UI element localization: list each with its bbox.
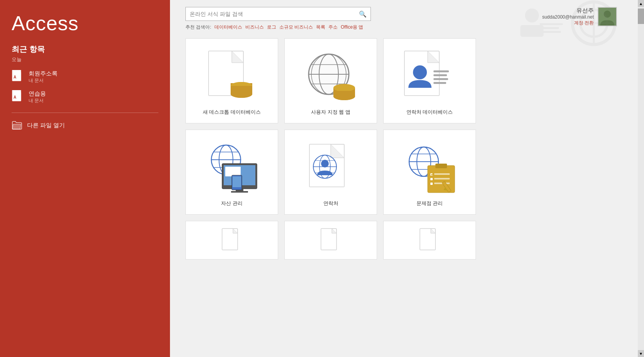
templates-area: 새 데스크톱 데이터베이스 — [170, 34, 644, 357]
template-thumb-2 — [296, 46, 365, 106]
bottom-row — [185, 221, 632, 260]
template-label-4: 자산 관리 — [219, 198, 244, 207]
template-blank-3[interactable] — [383, 221, 476, 260]
search-area: 🔍 추천 검색아: 데이터베이스 비즈니스 로그 소규모 비즈니스 목록 주소 … — [185, 7, 371, 31]
suggest-tag-2[interactable]: 로그 — [267, 24, 276, 31]
svg-point-32 — [333, 84, 355, 92]
template-thumb-5 — [296, 138, 365, 198]
template-label-1: 새 데스크톱 데이터베이스 — [201, 106, 262, 116]
suggest-tag-5[interactable]: 주소 — [328, 24, 338, 31]
scroll-down-button[interactable]: ▼ — [638, 350, 644, 357]
svg-rect-54 — [233, 176, 241, 187]
svg-rect-40 — [433, 78, 448, 80]
open-other-file-label: 다른 파일 열기 — [27, 122, 65, 129]
template-new-desktop-db[interactable]: 새 데스크톱 데이터베이스 — [185, 38, 278, 123]
svg-point-35 — [333, 92, 355, 100]
template-label-6: 문제점 관리 — [415, 198, 445, 207]
template-label-3: 연락처 데이터베이스 — [405, 106, 455, 116]
scroll-up-button[interactable]: ▲ — [638, 0, 644, 7]
avatar-image — [598, 7, 616, 26]
suggest-tag-4[interactable]: 목록 — [316, 24, 325, 31]
svg-rect-68 — [435, 164, 447, 168]
template-thumb-6 — [395, 138, 464, 198]
contact-db-icon — [399, 49, 460, 103]
svg-rect-38 — [433, 70, 449, 72]
template-label-5: 연락처 — [322, 198, 340, 207]
svg-rect-74 — [434, 178, 450, 179]
svg-text:A: A — [14, 95, 16, 99]
recent-item-1-location: 내 문서 — [29, 77, 58, 84]
template-blank-1[interactable] — [185, 221, 278, 260]
search-button[interactable]: 🔍 — [359, 10, 367, 18]
user-name: 유선주 — [542, 7, 594, 14]
scroll-thumb[interactable] — [638, 9, 644, 24]
recent-item-1[interactable]: A 회원주소록 내 문서 — [12, 67, 158, 87]
user-email: sudda2000@hanmail.net — [542, 14, 594, 20]
blank-doc-icon-2 — [319, 227, 342, 254]
recent-item-1-name: 회원주소록 — [29, 70, 58, 77]
suggest-label: 추천 검색아: — [185, 24, 211, 31]
svg-text:A: A — [14, 75, 16, 79]
template-blank-2[interactable] — [284, 221, 377, 260]
svg-rect-15 — [598, 8, 616, 26]
app-title: Access — [12, 12, 158, 35]
open-other-file-button[interactable]: 다른 파일 열기 — [12, 118, 158, 132]
suggest-tag-6[interactable]: Office용 앱 — [341, 24, 363, 31]
svg-rect-39 — [433, 74, 447, 76]
templates-grid: 새 데스크톱 데이터베이스 — [185, 38, 632, 215]
template-thumb-3 — [395, 46, 464, 106]
user-details: 유선주 sudda2000@hanmail.net 계정 전환 — [542, 7, 594, 26]
recent-section-title: 최근 항목 — [12, 44, 158, 55]
svg-rect-52 — [231, 191, 248, 193]
suggested-searches: 추천 검색아: 데이터베이스 비즈니스 로그 소규모 비즈니스 목록 주소 Of… — [185, 24, 371, 31]
main-content: 🔍 추천 검색아: 데이터베이스 비즈니스 로그 소규모 비즈니스 목록 주소 … — [170, 0, 644, 357]
template-thumb-4 — [197, 138, 267, 198]
svg-rect-72 — [434, 173, 450, 175]
sidebar: Access 최근 항목 오늘 A 회원주소록 내 문서 A 연습용 내 문서 — [0, 0, 170, 357]
file-icon-2: A — [12, 90, 24, 104]
svg-point-37 — [413, 65, 427, 79]
recent-item-2[interactable]: A 연습용 내 문서 — [12, 87, 158, 107]
file-icon-1: A — [12, 70, 24, 84]
sidebar-divider — [12, 113, 158, 113]
svg-rect-41 — [433, 82, 446, 84]
header: 🔍 추천 검색아: 데이터베이스 비즈니스 로그 소규모 비즈니스 목록 주소 … — [170, 0, 644, 34]
template-contacts[interactable]: 연락처 — [284, 130, 377, 215]
suggest-tag-0[interactable]: 데이터베이스 — [214, 24, 242, 31]
template-thumb-1 — [197, 46, 267, 106]
account-switch-link[interactable]: 계정 전환 — [542, 20, 594, 26]
scrollbar[interactable]: ▲ ▼ — [638, 0, 644, 357]
suggest-tag-1[interactable]: 비즈니스 — [245, 24, 264, 31]
user-info: 유선주 sudda2000@hanmail.net 계정 전환 — [542, 7, 617, 26]
svg-rect-50 — [225, 167, 241, 176]
search-bar[interactable]: 🔍 — [185, 7, 371, 21]
asset-mgmt-icon — [201, 140, 263, 195]
blank-doc-icon-3 — [418, 227, 441, 254]
blank-doc-icon-1 — [220, 227, 243, 254]
today-label: 오늘 — [12, 56, 158, 63]
folder-open-icon — [12, 120, 22, 131]
svg-rect-73 — [430, 178, 433, 180]
template-custom-web-app[interactable]: 사용자 지정 웹 앱 — [284, 38, 377, 123]
svg-point-61 — [321, 160, 329, 167]
search-input[interactable] — [190, 11, 359, 17]
template-asset-mgmt[interactable]: 자산 관리 — [185, 130, 278, 215]
issue-mgmt-icon — [399, 140, 460, 195]
svg-rect-76 — [434, 183, 450, 184]
template-issue-mgmt[interactable]: 문제점 관리 — [383, 130, 476, 215]
suggest-tag-3[interactable]: 소규모 비즈니스 — [279, 24, 313, 31]
desktop-db-icon — [201, 49, 263, 103]
template-label-2: 사용자 지정 웹 앱 — [309, 106, 352, 116]
web-app-icon — [300, 49, 362, 103]
recent-item-2-location: 내 문서 — [29, 97, 46, 104]
contacts-icon — [300, 140, 362, 195]
template-contact-db[interactable]: 연락처 데이터베이스 — [383, 38, 476, 123]
svg-point-22 — [231, 90, 252, 98]
svg-rect-75 — [430, 183, 433, 185]
avatar — [598, 7, 617, 26]
recent-item-2-name: 연습용 — [29, 90, 46, 97]
